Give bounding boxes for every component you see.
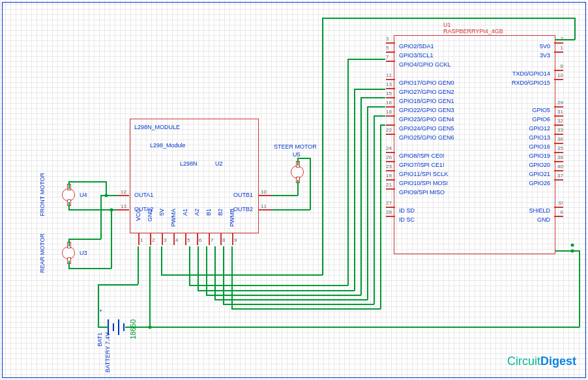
front-motor-label: FRONT MOTOR [39, 173, 46, 216]
logo-part2: Digest [540, 355, 576, 368]
l298-out-b1: OUTB1 [233, 192, 253, 198]
component-rear-motor [62, 246, 75, 259]
rear-motor-label: REAR MOTOR [39, 233, 46, 273]
rpi-pin-left-16: 21GPIO9/SPI MISO [395, 185, 441, 197]
l298n-chip: L298N [180, 160, 198, 167]
rpi-pin-left-2: 7GPIO4/GPIO GCKL [395, 57, 447, 69]
rpi-pin-right-19: GND6 [541, 212, 554, 224]
component-front-motor [62, 188, 75, 201]
rpi-pin-right-15: GPIO2637 [533, 176, 554, 188]
rear-motor-ref: U3 [80, 250, 87, 256]
component-steer-motor [291, 166, 304, 179]
steer-motor-label: STEER MOTOR [274, 143, 317, 150]
rpi-pin-right-1: 3V31 [544, 48, 554, 60]
l298n-part: L298_Module [150, 142, 186, 149]
rpi-ref: U1 [443, 22, 451, 28]
logo-part1: Circuit [507, 355, 540, 368]
l298-pin-10: 10 [261, 189, 267, 195]
rpi-pin-left-10: 22GPIO25/GPIO GEN6 [395, 130, 450, 142]
l298-pin-11: 11 [261, 203, 267, 209]
front-motor-ref: U4 [80, 192, 87, 198]
schematic-canvas: U1 RASPBERRYPI4_4GB 3GPIO2/SDA15GPIO3/SC… [0, 0, 588, 380]
battery-part: 18650 [129, 319, 137, 340]
rpi-name: RASPBERRYPI4_4GB [443, 28, 503, 35]
rpi-pin-right-4: RXD0/GPIO1510 [516, 76, 554, 87]
l298-pin-12: 12 [121, 189, 126, 195]
l298-out-a1: OUTA1 [134, 192, 153, 198]
l298n-name: L298N_MODULE [134, 124, 180, 130]
battery-ref: BAT1 [96, 332, 103, 347]
l298-out-b2: OUTB2 [233, 206, 253, 212]
rpi-pin-left-19: 28ID SC [395, 212, 411, 224]
circuitdigest-logo: CircuitDigest [507, 355, 576, 368]
l298-pin-13: 13 [121, 203, 126, 209]
battery-plus: + [99, 308, 102, 314]
l298n-ref: U2 [215, 160, 223, 167]
battery-name: BATTERY 7.4V [104, 332, 111, 373]
steer-motor-ref: U5 [293, 151, 301, 158]
